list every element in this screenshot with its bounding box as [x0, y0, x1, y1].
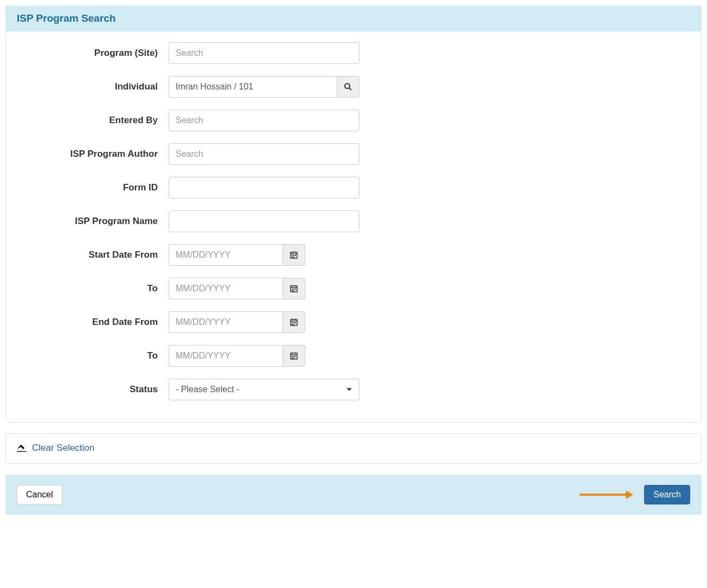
clear-selection-label: Clear Selection	[32, 443, 94, 453]
start-date-to-input[interactable]	[169, 278, 282, 299]
form-id-input[interactable]	[169, 177, 359, 199]
panel-body: Program (Site) Individual Entered By ISP…	[6, 31, 701, 422]
arrow-annotation	[580, 490, 633, 499]
label-form-id: Form ID	[17, 182, 169, 193]
row-form-id: Form ID	[17, 177, 690, 199]
svg-rect-27	[292, 324, 293, 325]
label-program-name: ISP Program Name	[17, 216, 169, 227]
calendar-icon	[290, 352, 298, 360]
svg-rect-34	[293, 356, 294, 357]
label-start-date-from: Start Date From	[17, 250, 169, 260]
label-individual: Individual	[17, 81, 169, 92]
end-date-from-input[interactable]	[169, 311, 282, 333]
svg-rect-24	[292, 322, 293, 323]
svg-line-1	[349, 88, 351, 90]
calendar-icon	[290, 285, 298, 292]
start-date-to-group	[169, 278, 305, 299]
svg-rect-8	[295, 255, 296, 256]
end-date-from-group	[169, 311, 305, 333]
label-end-date-from: End Date From	[17, 317, 169, 328]
program-input[interactable]	[169, 42, 359, 64]
start-date-to-picker-button[interactable]	[282, 278, 305, 299]
end-date-from-picker-button[interactable]	[282, 311, 305, 333]
svg-point-0	[345, 84, 350, 88]
svg-rect-35	[295, 356, 296, 357]
svg-rect-19	[293, 290, 294, 291]
svg-rect-15	[292, 289, 293, 290]
svg-rect-16	[293, 289, 294, 290]
row-program: Program (Site)	[17, 42, 690, 64]
label-entered-by: Entered By	[17, 115, 169, 126]
row-end-date-from: End Date From	[17, 311, 690, 333]
cancel-button[interactable]: Cancel	[17, 485, 62, 504]
svg-rect-17	[295, 289, 296, 290]
row-author: ISP Program Author	[17, 143, 690, 165]
footer-right-group: Search	[580, 485, 690, 504]
end-date-to-input[interactable]	[169, 345, 282, 367]
svg-rect-25	[293, 322, 294, 323]
row-program-name: ISP Program Name	[17, 210, 690, 232]
panel-title: ISP Program Search	[6, 6, 701, 31]
svg-rect-37	[293, 357, 294, 359]
status-select-wrapper: - Please Select -	[169, 379, 359, 400]
row-start-date-from: Start Date From	[17, 244, 690, 266]
calendar-icon	[290, 251, 298, 259]
eraser-icon	[17, 444, 27, 452]
svg-rect-9	[292, 257, 293, 258]
svg-rect-26	[295, 322, 296, 323]
status-select[interactable]: - Please Select -	[169, 379, 359, 400]
individual-search-button[interactable]	[337, 76, 359, 98]
individual-input[interactable]	[169, 76, 337, 98]
start-date-from-input[interactable]	[169, 244, 282, 266]
svg-rect-28	[293, 324, 294, 325]
svg-rect-33	[292, 356, 293, 357]
svg-rect-36	[292, 357, 293, 359]
arrow-line	[580, 494, 626, 496]
svg-rect-7	[293, 255, 294, 256]
author-input[interactable]	[169, 143, 359, 165]
clear-selection-link[interactable]: Clear Selection	[17, 443, 94, 453]
end-date-to-picker-button[interactable]	[282, 345, 305, 367]
start-date-from-picker-button[interactable]	[282, 244, 305, 266]
svg-rect-10	[293, 257, 294, 258]
svg-rect-18	[292, 290, 293, 291]
label-end-date-to: To	[17, 350, 169, 361]
label-author: ISP Program Author	[17, 149, 169, 159]
start-date-from-group	[169, 244, 305, 266]
row-end-date-to: To	[17, 345, 690, 367]
clear-panel: Clear Selection	[5, 433, 702, 464]
svg-rect-6	[292, 255, 293, 256]
row-status: Status - Please Select -	[17, 379, 690, 400]
search-icon	[344, 82, 352, 91]
footer-bar: Cancel Search	[5, 475, 702, 515]
search-panel: ISP Program Search Program (Site) Indivi…	[5, 5, 702, 423]
calendar-icon	[290, 318, 298, 326]
program-name-input[interactable]	[169, 210, 359, 232]
individual-input-group	[169, 76, 359, 98]
label-start-date-to: To	[17, 283, 169, 294]
entered-by-input[interactable]	[169, 110, 359, 131]
end-date-to-group	[169, 345, 305, 367]
row-entered-by: Entered By	[17, 110, 690, 131]
arrow-right-icon	[626, 490, 633, 499]
search-button[interactable]: Search	[644, 485, 690, 504]
row-individual: Individual	[17, 76, 690, 98]
row-start-date-to: To	[17, 278, 690, 299]
label-program: Program (Site)	[17, 48, 169, 59]
label-status: Status	[17, 384, 169, 395]
